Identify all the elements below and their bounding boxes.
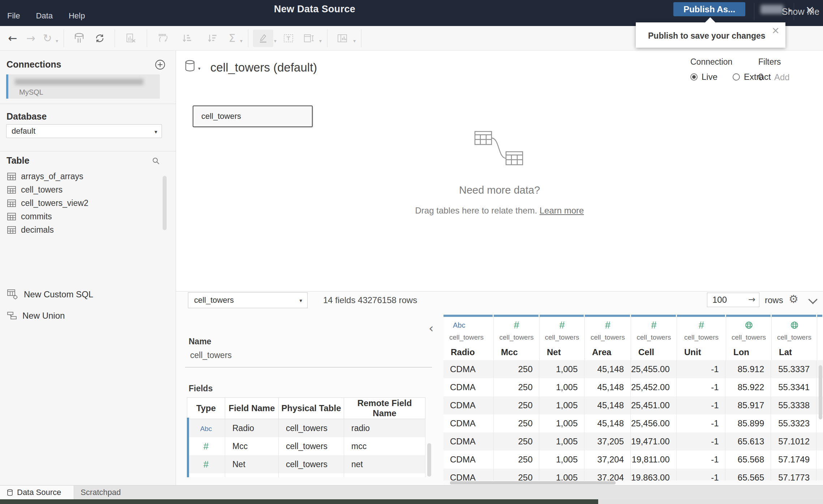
replay-caret-icon[interactable]: ▾ [56,38,58,44]
bottom-strip [0,499,823,504]
grid-row[interactable]: CDMA2501,00545,14825,452.00-185.92255.33… [443,378,823,396]
field-remote-name: mcc [344,437,425,455]
grid-column-header[interactable]: # cell_towers Net [540,315,585,360]
totals-icon[interactable]: Σ [225,30,239,47]
collapse-panel-icon[interactable]: ‹ [429,321,434,335]
table-list-scrollbar[interactable] [163,176,167,230]
toolbar-separator [147,29,147,47]
name-value[interactable]: cell_towers [190,350,232,360]
new-custom-sql[interactable]: New Custom SQL [7,289,93,300]
window-title: New Data Source [274,4,355,15]
field-row[interactable]: Abc Radio cell_towers radio [187,419,425,438]
related-tables-illustration [474,131,525,167]
cell: -1 [677,432,726,451]
tab-scratchpad-label: Scratchpad [81,488,121,497]
cell: 55.3337 [771,360,816,378]
filters-label: Filters [758,57,790,67]
show-me-label[interactable]: Show Me [782,7,819,17]
cell [816,432,823,451]
grid-horizontal-scrollbar-thumb[interactable] [450,481,616,484]
live-radio-label[interactable]: Live [702,72,717,82]
logical-table-node[interactable]: cell_towers [193,105,313,127]
filters-add-link[interactable]: Add [774,72,790,82]
datasource-cylinder-icon[interactable] [185,60,195,73]
preview-settings-gear-icon[interactable]: ⚙ [789,293,798,305]
field-row[interactable]: # Net cell_towers net [187,455,425,473]
column-field-name: Lon [726,344,771,360]
table-item[interactable]: cell_towers_view2 [7,197,89,210]
grid-column-header[interactable]: # cell_towers Unit [677,315,726,360]
grid-column-header[interactable]: # cell_towers Mcc [494,315,540,360]
database-select[interactable]: default ▾ [6,124,162,138]
number-type-icon: # [203,459,209,470]
menu-file[interactable]: File [7,11,20,21]
table-list: arrays_of_arrays cell_towers cell_towers… [7,170,89,237]
totals-caret-icon[interactable]: ▾ [240,38,243,44]
table-header: Table [7,155,29,166]
grid-row[interactable]: CDMA2501,00537,20519,471.00-165.61357.10… [443,432,823,451]
grid-column-header[interactable]: cell_towers Lon [726,315,772,360]
column-field-name: Lat [772,344,817,360]
grid-column-header[interactable]: Abc cell_towers Radio [443,315,494,360]
sort-descending-icon[interactable] [200,30,225,47]
cell: 55.3323 [771,414,816,432]
pause-updates-icon[interactable] [69,30,90,47]
tab-scratchpad[interactable]: Scratchpad [74,486,135,499]
grid-row[interactable]: CDMA2501,00537,20419,811.00-165.56857.17… [443,451,823,469]
grid-row[interactable]: CDMA2501,00545,14825,455.00-185.91255.33… [443,360,823,378]
replay-icon[interactable]: ↻ [40,30,55,47]
fields-scrollbar[interactable] [427,443,431,477]
clear-sheet-icon[interactable] [120,30,142,47]
text-box-icon[interactable] [277,30,300,47]
table-search-icon[interactable] [152,157,160,167]
grid-row[interactable]: CDMA2501,00545,14825,456.00-185.89955.33… [443,414,823,432]
table-item[interactable]: cell_towers [7,183,89,197]
live-radio[interactable] [690,73,698,81]
user-avatar[interactable] [760,5,784,14]
refresh-icon[interactable] [90,30,110,47]
extract-radio[interactable] [733,73,740,81]
number-type-icon: # [651,320,656,331]
publish-as-button[interactable]: Publish As... [673,2,745,16]
new-union[interactable]: New Union [7,311,65,321]
menu-help[interactable]: Help [69,11,85,21]
cell: 250 [494,432,540,451]
cell: 19,863.00 [631,469,677,481]
grid-column-header[interactable]: # cell_towers Area [585,315,631,360]
highlight-icon[interactable] [253,30,273,47]
connection-item[interactable]: MySQL [6,74,160,99]
cell: 57.1012 [771,432,816,451]
data-source-cylinder-icon [7,489,13,496]
sort-ascending-icon[interactable] [174,30,200,47]
table-item[interactable]: commits [7,210,89,223]
grid-column-header[interactable]: cell_towers Lat [772,315,817,360]
fit-layout-icon[interactable] [300,30,318,47]
learn-more-link[interactable]: Learn more [540,206,584,215]
field-row[interactable]: # Mcc cell_towers mcc [187,437,425,455]
grid-row[interactable]: CDMA2501,00545,14825,451.00-185.91755.33… [443,396,823,414]
row-count-input[interactable]: 100 → [707,293,759,307]
datasource-caret-icon[interactable]: ▾ [198,66,201,71]
table-item[interactable]: decimals [7,223,89,237]
show-me-panel-icon[interactable] [332,30,352,47]
tooltip-close-icon[interactable]: × [771,25,780,35]
tab-data-source[interactable]: Data Source [0,486,74,499]
table-item[interactable]: arrays_of_arrays [7,170,89,183]
grid-vertical-scrollbar[interactable] [819,365,822,419]
undo-icon[interactable]: ← [4,30,22,47]
show-me-caret-icon[interactable]: ▾ [353,38,356,44]
field-row-partial[interactable] [187,473,425,477]
highlight-caret-icon[interactable]: ▾ [274,38,277,44]
redo-icon[interactable]: → [22,30,40,47]
grid-column-header[interactable]: # cell_towers Cell [631,315,677,360]
sidebar-divider [0,104,176,104]
grid-row-partial[interactable]: CDMA2501,00537,20419,863.00-165.56557.17… [443,469,823,481]
swap-rows-columns-icon[interactable] [152,30,174,47]
add-connection-icon[interactable] [155,59,166,72]
cell: 85.899 [725,414,771,432]
menu-data[interactable]: Data [36,11,52,21]
preview-table-select[interactable]: cell_towers ▾ [188,292,308,308]
apply-row-count-icon[interactable]: → [748,294,755,305]
fit-layout-caret-icon[interactable]: ▾ [319,38,322,44]
grid-horizontal-scrollbar[interactable] [443,481,823,485]
